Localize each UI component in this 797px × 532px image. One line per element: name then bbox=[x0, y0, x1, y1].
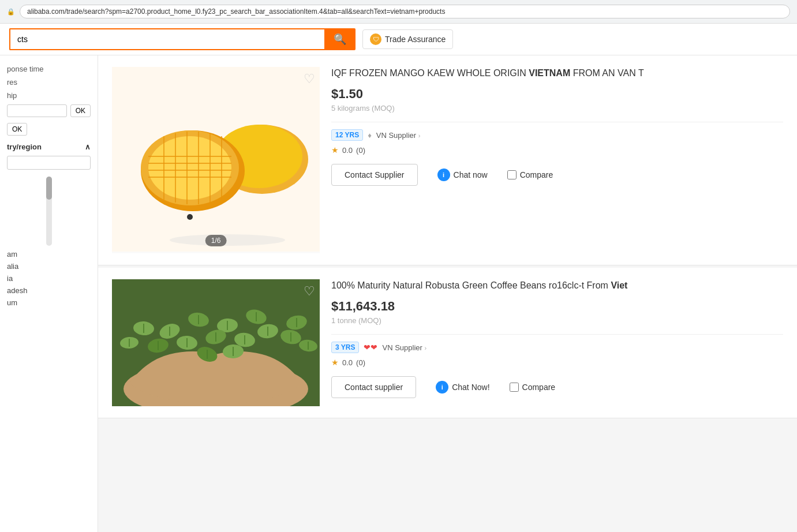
rating-value-1: 0.0 bbox=[342, 146, 353, 155]
url-bar[interactable]: alibaba.com/trade/search?spm=a2700.produ… bbox=[20, 5, 790, 18]
supplier-link-2[interactable]: VN Supplier › bbox=[382, 343, 426, 352]
search-icon: 🔍 bbox=[334, 33, 346, 45]
sidebar: ponse time res hip OK OK try/region ∧ am… bbox=[0, 55, 98, 532]
compare-checkbox-2[interactable] bbox=[510, 383, 519, 392]
sidebar-input-1[interactable] bbox=[7, 104, 67, 117]
rating-row-1: ★ 0.0 (0) bbox=[331, 145, 783, 155]
compare-row-1: Compare bbox=[507, 170, 553, 179]
product-card-2: ♡ 100% Maturity Natural Robusta Green Co… bbox=[98, 268, 797, 418]
chat-now-label-2: Chat Now! bbox=[452, 383, 489, 392]
favorite-button-1[interactable]: ♡ bbox=[304, 72, 315, 87]
search-input[interactable] bbox=[9, 28, 324, 50]
action-row-2: Contact supplier i Chat Now! Compare bbox=[331, 375, 783, 399]
product-image-wrap-2: ♡ bbox=[112, 279, 320, 406]
chat-icon-1: i bbox=[437, 168, 450, 181]
product-info-2: 100% Maturity Natural Robusta Green Coff… bbox=[331, 279, 783, 406]
product-image-wrap-1: ♡ 1/6 bbox=[112, 67, 320, 253]
favorite-button-2[interactable]: ♡ bbox=[304, 284, 315, 299]
country-section-header[interactable]: try/region ∧ bbox=[7, 143, 91, 151]
ok-row-2: OK bbox=[7, 123, 91, 136]
contact-supplier-button-1[interactable]: Contact Supplier bbox=[331, 164, 418, 186]
browser-bar: 🔒 alibaba.com/trade/search?spm=a2700.pro… bbox=[0, 0, 797, 24]
trade-assurance-label: Trade Assurance bbox=[385, 35, 446, 44]
yrs-badge-1: 12 YRS bbox=[331, 129, 363, 141]
product-title-2: 100% Maturity Natural Robusta Green Coff… bbox=[331, 279, 783, 292]
rating-value-2: 0.0 bbox=[342, 358, 353, 367]
heart-icons-2: ❤❤ bbox=[364, 343, 377, 352]
chevron-right-icon-2: › bbox=[424, 344, 426, 351]
image-counter-1: 1/6 bbox=[205, 235, 227, 246]
star-icon-2: ★ bbox=[331, 358, 339, 367]
country-search-input[interactable] bbox=[7, 156, 91, 170]
contact-supplier-button-2[interactable]: Contact supplier bbox=[331, 376, 416, 398]
list-item[interactable]: alia bbox=[7, 260, 91, 272]
chevron-right-icon-1: › bbox=[418, 132, 421, 139]
product-info-1: IQF FROZEN MANGO KAEW WHOLE ORIGIN VIETN… bbox=[331, 67, 783, 253]
scrollbar-track[interactable] bbox=[46, 177, 52, 246]
product-price-1: $1.50 bbox=[331, 87, 783, 102]
chat-now-label-1: Chat now bbox=[454, 170, 488, 179]
country-section-title: try/region bbox=[7, 143, 42, 151]
yrs-badge-2: 3 YRS bbox=[331, 342, 359, 353]
divider-1 bbox=[331, 122, 783, 122]
diamond-icon-1: ♦ bbox=[368, 131, 372, 140]
rating-count-1: (0) bbox=[356, 146, 365, 155]
chevron-up-icon: ∧ bbox=[85, 143, 91, 151]
response-time-label: ponse time bbox=[7, 65, 91, 73]
chat-icon-2: i bbox=[436, 381, 448, 394]
search-button[interactable]: 🔍 bbox=[324, 28, 356, 50]
product-list: ♡ 1/6 IQF FROZEN MANGO KAEW WHOLE ORIGIN… bbox=[98, 55, 797, 532]
supplier-row-1: 12 YRS ♦ VN Supplier › bbox=[331, 129, 783, 141]
svg-point-15 bbox=[187, 214, 193, 220]
list-item[interactable]: adesh bbox=[7, 284, 91, 297]
product-image-2 bbox=[112, 279, 320, 406]
ok-button-2[interactable]: OK bbox=[7, 123, 27, 136]
supplier-link-1[interactable]: VN Supplier › bbox=[376, 131, 421, 140]
main-layout: ponse time res hip OK OK try/region ∧ am… bbox=[0, 55, 797, 532]
product-title-1: IQF FROZEN MANGO KAEW WHOLE ORIGIN VIETN… bbox=[331, 67, 783, 80]
rating-row-2: ★ 0.0 (0) bbox=[331, 358, 783, 367]
product-price-2: $11,643.18 bbox=[331, 299, 783, 314]
product-moq-2: 1 tonne (MOQ) bbox=[331, 316, 783, 325]
shield-icon: 🛡 bbox=[370, 33, 381, 45]
supplier-row-2: 3 YRS ❤❤ VN Supplier › bbox=[331, 342, 783, 353]
svg-point-16 bbox=[170, 234, 285, 246]
chat-now-button-2[interactable]: i Chat Now! bbox=[423, 375, 502, 399]
compare-checkbox-1[interactable] bbox=[507, 170, 517, 179]
lock-icon: 🔒 bbox=[7, 8, 15, 16]
list-item[interactable]: um bbox=[7, 297, 91, 309]
search-box: 🔍 bbox=[9, 28, 356, 50]
ok-button-1[interactable]: OK bbox=[70, 104, 91, 117]
product-image-1 bbox=[112, 67, 320, 252]
country-list: am alia ia adesh um bbox=[7, 248, 91, 309]
rating-count-2: (0) bbox=[356, 358, 365, 367]
top-bar: 🔍 🛡 Trade Assurance bbox=[0, 24, 797, 55]
scrollbar-thumb[interactable] bbox=[46, 177, 52, 200]
compare-row-2: Compare bbox=[510, 383, 556, 392]
product-card-1: ♡ 1/6 IQF FROZEN MANGO KAEW WHOLE ORIGIN… bbox=[98, 55, 797, 265]
chat-now-button-1[interactable]: i Chat now bbox=[425, 163, 500, 187]
product-moq-1: 5 kilograms (MOQ) bbox=[331, 104, 783, 113]
section2-label: hip bbox=[7, 91, 91, 100]
trade-assurance-badge[interactable]: 🛡 Trade Assurance bbox=[362, 29, 453, 49]
list-item[interactable]: am bbox=[7, 248, 91, 260]
section1-label: res bbox=[7, 78, 91, 87]
compare-label-1[interactable]: Compare bbox=[520, 170, 553, 179]
divider-2 bbox=[331, 334, 783, 335]
ok-row-1: OK bbox=[7, 104, 91, 117]
svg-point-4 bbox=[148, 136, 231, 200]
list-item[interactable]: ia bbox=[7, 272, 91, 284]
compare-label-2[interactable]: Compare bbox=[522, 383, 556, 392]
star-icon-1: ★ bbox=[331, 145, 339, 155]
action-row-1: Contact Supplier i Chat now Compare bbox=[331, 163, 783, 187]
